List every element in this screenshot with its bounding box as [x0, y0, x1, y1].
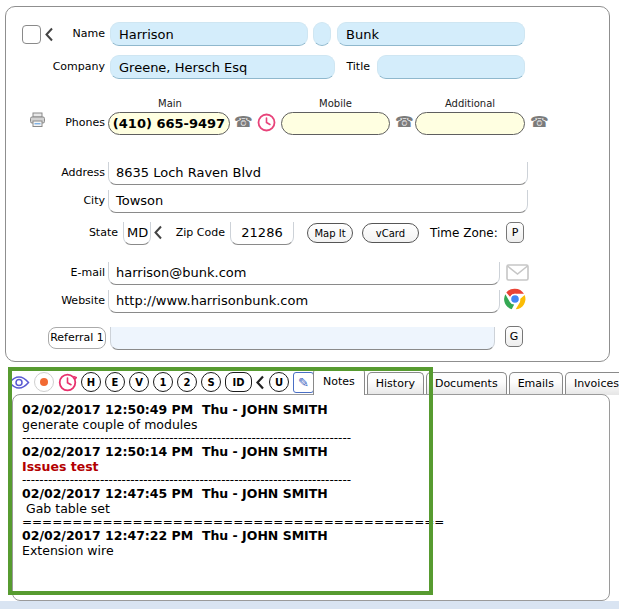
notes-toolbar: H E V 1 2 S ID U ✎ + — [8, 371, 338, 393]
phone-mobile-header: Mobile — [281, 98, 390, 109]
state-label: State — [48, 221, 118, 245]
v-button[interactable]: V — [129, 372, 149, 392]
note-timestamp: 02/02/2017 12:47:22 PM Thu - JOHN SMITH — [22, 528, 609, 543]
u-button[interactable]: U — [269, 372, 289, 392]
id-button[interactable]: ID — [225, 372, 252, 392]
referral-field[interactable] — [110, 327, 495, 350]
tab-emails[interactable]: Emails — [509, 372, 563, 395]
note-body: Issues test — [22, 459, 609, 474]
notes-tab-bar: NotesHistoryDocumentsEmailsInvoicesProgr… — [313, 369, 619, 395]
e-button[interactable]: E — [105, 372, 125, 392]
h-button[interactable]: H — [81, 372, 101, 392]
zip-label: Zip Code — [168, 221, 225, 245]
email-label: E-mail — [30, 261, 105, 285]
phones-label: Phones — [30, 111, 105, 135]
record-icon[interactable] — [34, 372, 54, 392]
tab-invoices[interactable]: Invoices — [565, 372, 619, 395]
two-button[interactable]: 2 — [177, 372, 197, 392]
time-zone-label: Time Zone: — [430, 221, 496, 245]
note-timestamp: 02/02/2017 12:50:49 PM Thu - JOHN SMITH — [22, 402, 609, 417]
notes-panel[interactable]: 02/02/2017 12:50:49 PM Thu - JOHN SMITH … — [12, 394, 610, 601]
address-label: Address — [30, 161, 105, 185]
note-entry: 02/02/2017 12:47:22 PM Thu - JOHN SMITH … — [22, 528, 609, 558]
company-label: Company — [30, 55, 105, 79]
company-field[interactable]: Greene, Hersch Esq — [110, 55, 335, 79]
edit-note-icon[interactable]: ✎ — [293, 372, 314, 393]
dial-mobile-icon[interactable]: ☎ — [395, 111, 414, 133]
map-it-button[interactable]: Map It — [307, 223, 353, 243]
referral-label: Referral 1 — [48, 327, 106, 349]
state-field[interactable]: MD — [123, 222, 151, 245]
note-timestamp: 02/02/2017 12:50:14 PM Thu - JOHN SMITH — [22, 444, 609, 459]
middle-name-field[interactable] — [313, 22, 331, 46]
tab-notes[interactable]: Notes — [313, 368, 365, 395]
address-field[interactable]: 8635 Loch Raven Blvd — [108, 162, 528, 185]
tab-history[interactable]: History — [367, 372, 424, 395]
website-label: Website — [30, 289, 105, 313]
phone-main-header: Main — [110, 98, 230, 109]
note-body: Gab table set — [22, 501, 609, 516]
website-field[interactable]: http://www.harrisonbunk.com — [108, 290, 500, 313]
first-name-field[interactable]: Harrison — [110, 22, 308, 46]
note-separator: ========================================… — [22, 516, 597, 528]
city-label: City — [30, 189, 105, 213]
name-label: Name — [30, 22, 105, 46]
dial-main-icon[interactable]: ☎ — [234, 111, 253, 133]
zip-field[interactable]: 21286 — [230, 222, 294, 245]
note-separator: ----------------------------------------… — [22, 474, 597, 486]
dial-additional-icon[interactable]: ☎ — [530, 111, 549, 133]
email-field[interactable]: harrison@bunk.com — [108, 262, 500, 285]
last-name-field[interactable]: Bunk — [337, 22, 525, 46]
one-button[interactable]: 1 — [153, 372, 173, 392]
phone-additional-field[interactable] — [415, 112, 525, 135]
vcard-button[interactable]: vCard — [362, 223, 419, 243]
page-bottom-strip — [0, 601, 619, 609]
phone-mobile-field[interactable] — [281, 112, 390, 135]
title-field[interactable] — [377, 55, 525, 79]
tab-documents[interactable]: Documents — [426, 372, 507, 395]
history-clock-icon[interactable] — [58, 373, 77, 392]
title-label: Title — [315, 55, 370, 79]
g-button[interactable]: G — [505, 326, 523, 347]
note-entry: 02/02/2017 12:50:49 PM Thu - JOHN SMITH … — [22, 402, 609, 444]
email-icon[interactable] — [506, 264, 529, 281]
call-timer-icon[interactable] — [257, 113, 276, 132]
toolbar-chevron-icon[interactable] — [256, 375, 265, 390]
state-chevron-icon[interactable] — [154, 225, 163, 240]
phone-additional-header: Additional — [415, 98, 525, 109]
note-body: Extension wire — [22, 543, 609, 558]
browser-icon[interactable] — [504, 288, 526, 310]
notes-list: 02/02/2017 12:50:49 PM Thu - JOHN SMITH … — [22, 402, 609, 558]
phone-main-field[interactable]: (410) 665-9497 — [108, 112, 230, 135]
note-body: generate couple of modules — [22, 417, 609, 432]
view-eye-icon[interactable] — [8, 375, 30, 390]
note-separator: ----------------------------------------… — [22, 432, 597, 444]
note-timestamp: 02/02/2017 12:47:45 PM Thu - JOHN SMITH — [22, 486, 609, 501]
note-entry: 02/02/2017 12:50:14 PM Thu - JOHN SMITH … — [22, 444, 609, 486]
note-entry: 02/02/2017 12:47:45 PM Thu - JOHN SMITH … — [22, 486, 609, 528]
city-field[interactable]: Towson — [108, 190, 528, 213]
time-zone-button[interactable]: P — [506, 222, 524, 243]
s-button[interactable]: S — [201, 372, 221, 392]
